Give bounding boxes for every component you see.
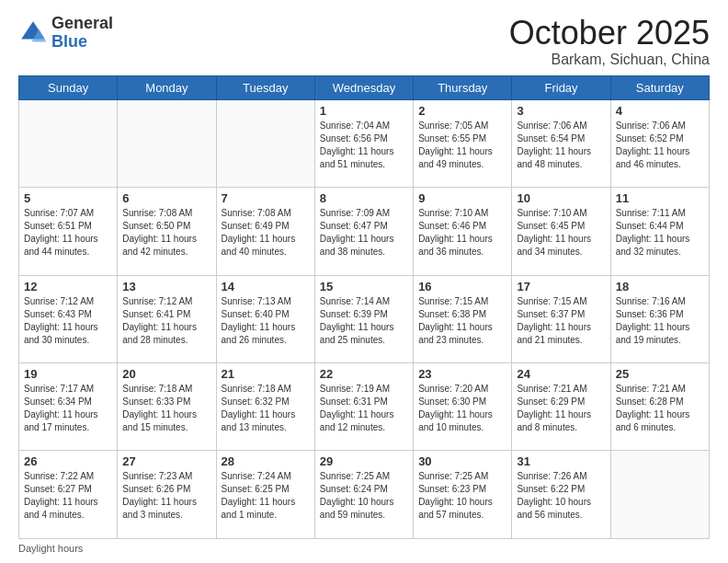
day-info: Sunrise: 7:10 AM Sunset: 6:45 PM Dayligh… [517, 207, 605, 259]
calendar-week-5: 26Sunrise: 7:22 AM Sunset: 6:27 PM Dayli… [19, 451, 710, 539]
calendar-location: Barkam, Sichuan, China [509, 52, 710, 68]
day-info: Sunrise: 7:15 AM Sunset: 6:37 PM Dayligh… [517, 295, 605, 347]
calendar-cell [118, 99, 216, 187]
day-info: Sunrise: 7:14 AM Sunset: 6:39 PM Dayligh… [320, 295, 408, 347]
calendar-cell: 2Sunrise: 7:05 AM Sunset: 6:55 PM Daylig… [414, 99, 512, 187]
calendar-week-3: 12Sunrise: 7:12 AM Sunset: 6:43 PM Dayli… [19, 275, 710, 362]
day-number: 21 [222, 367, 310, 381]
day-number: 29 [320, 454, 408, 468]
calendar-cell: 17Sunrise: 7:15 AM Sunset: 6:37 PM Dayli… [512, 275, 610, 362]
day-number: 10 [517, 191, 605, 205]
calendar-cell: 10Sunrise: 7:10 AM Sunset: 6:45 PM Dayli… [512, 188, 610, 275]
weekday-header-friday: Friday [512, 75, 610, 99]
calendar-cell: 30Sunrise: 7:25 AM Sunset: 6:23 PM Dayli… [414, 451, 512, 539]
calendar-cell: 18Sunrise: 7:16 AM Sunset: 6:36 PM Dayli… [610, 275, 709, 362]
day-info: Sunrise: 7:17 AM Sunset: 6:34 PM Dayligh… [24, 383, 112, 434]
calendar-table: SundayMondayTuesdayWednesdayThursdayFrid… [18, 75, 710, 539]
calendar-cell: 3Sunrise: 7:06 AM Sunset: 6:54 PM Daylig… [512, 99, 610, 187]
day-info: Sunrise: 7:10 AM Sunset: 6:46 PM Dayligh… [418, 207, 506, 259]
day-number: 2 [418, 104, 506, 118]
calendar-cell: 6Sunrise: 7:08 AM Sunset: 6:50 PM Daylig… [118, 188, 216, 275]
calendar-cell: 26Sunrise: 7:22 AM Sunset: 6:27 PM Dayli… [19, 451, 118, 539]
calendar-title: October 2025 [509, 15, 710, 52]
day-info: Sunrise: 7:22 AM Sunset: 6:27 PM Dayligh… [24, 470, 112, 522]
day-info: Sunrise: 7:08 AM Sunset: 6:50 PM Dayligh… [122, 207, 210, 259]
logo-blue-text: Blue [51, 33, 113, 52]
calendar-cell: 12Sunrise: 7:12 AM Sunset: 6:43 PM Dayli… [19, 275, 118, 362]
day-info: Sunrise: 7:07 AM Sunset: 6:51 PM Dayligh… [24, 207, 112, 259]
weekday-header-tuesday: Tuesday [216, 75, 314, 99]
calendar-cell [19, 99, 118, 187]
calendar-cell: 31Sunrise: 7:26 AM Sunset: 6:22 PM Dayli… [512, 451, 610, 539]
day-info: Sunrise: 7:12 AM Sunset: 6:41 PM Dayligh… [122, 295, 210, 347]
day-info: Sunrise: 7:06 AM Sunset: 6:52 PM Dayligh… [616, 120, 704, 171]
calendar-cell: 9Sunrise: 7:10 AM Sunset: 6:46 PM Daylig… [414, 188, 512, 275]
day-info: Sunrise: 7:08 AM Sunset: 6:49 PM Dayligh… [222, 207, 310, 259]
day-info: Sunrise: 7:16 AM Sunset: 6:36 PM Dayligh… [616, 295, 704, 347]
calendar-cell: 13Sunrise: 7:12 AM Sunset: 6:41 PM Dayli… [118, 275, 216, 362]
weekday-header-sunday: Sunday [19, 75, 118, 99]
day-number: 24 [517, 367, 605, 381]
day-number: 30 [418, 454, 506, 468]
calendar-cell: 24Sunrise: 7:21 AM Sunset: 6:29 PM Dayli… [512, 363, 610, 451]
day-number: 3 [517, 104, 605, 118]
day-info: Sunrise: 7:21 AM Sunset: 6:28 PM Dayligh… [616, 383, 704, 434]
day-number: 27 [122, 454, 210, 468]
calendar-cell: 4Sunrise: 7:06 AM Sunset: 6:52 PM Daylig… [610, 99, 709, 187]
calendar-cell: 28Sunrise: 7:24 AM Sunset: 6:25 PM Dayli… [216, 451, 314, 539]
day-number: 12 [24, 280, 112, 293]
day-info: Sunrise: 7:26 AM Sunset: 6:22 PM Dayligh… [517, 470, 605, 522]
day-number: 11 [616, 191, 704, 205]
day-info: Sunrise: 7:21 AM Sunset: 6:29 PM Dayligh… [517, 383, 605, 434]
day-number: 15 [320, 280, 408, 293]
calendar-week-1: 1Sunrise: 7:04 AM Sunset: 6:56 PM Daylig… [19, 99, 710, 187]
calendar-cell: 29Sunrise: 7:25 AM Sunset: 6:24 PM Dayli… [314, 451, 413, 539]
calendar-cell [610, 451, 709, 539]
day-info: Sunrise: 7:04 AM Sunset: 6:56 PM Dayligh… [320, 120, 408, 171]
calendar-cell: 5Sunrise: 7:07 AM Sunset: 6:51 PM Daylig… [19, 188, 118, 275]
day-info: Sunrise: 7:23 AM Sunset: 6:26 PM Dayligh… [122, 470, 210, 522]
day-info: Sunrise: 7:18 AM Sunset: 6:32 PM Dayligh… [222, 383, 310, 434]
calendar-cell: 11Sunrise: 7:11 AM Sunset: 6:44 PM Dayli… [610, 188, 709, 275]
day-number: 13 [122, 280, 210, 293]
day-number: 22 [320, 367, 408, 381]
day-number: 8 [320, 191, 408, 205]
logo: General Blue [18, 15, 113, 52]
calendar-cell: 8Sunrise: 7:09 AM Sunset: 6:47 PM Daylig… [314, 188, 413, 275]
day-number: 20 [122, 367, 210, 381]
day-info: Sunrise: 7:09 AM Sunset: 6:47 PM Dayligh… [320, 207, 408, 259]
calendar-cell: 27Sunrise: 7:23 AM Sunset: 6:26 PM Dayli… [118, 451, 216, 539]
day-number: 1 [320, 104, 408, 118]
day-number: 16 [418, 280, 506, 293]
page: General Blue October 2025 Barkam, Sichua… [0, 0, 728, 563]
logo-general-text: General [51, 15, 113, 33]
title-block: October 2025 Barkam, Sichuan, China [509, 15, 710, 68]
day-number: 28 [222, 454, 310, 468]
calendar-cell: 16Sunrise: 7:15 AM Sunset: 6:38 PM Dayli… [414, 275, 512, 362]
calendar-cell [216, 99, 314, 187]
day-number: 7 [222, 191, 310, 205]
calendar-cell: 7Sunrise: 7:08 AM Sunset: 6:49 PM Daylig… [216, 188, 314, 275]
calendar-week-4: 19Sunrise: 7:17 AM Sunset: 6:34 PM Dayli… [19, 363, 710, 451]
calendar-cell: 25Sunrise: 7:21 AM Sunset: 6:28 PM Dayli… [610, 363, 709, 451]
logo-text: General Blue [51, 15, 113, 52]
day-number: 19 [24, 367, 112, 381]
calendar-cell: 14Sunrise: 7:13 AM Sunset: 6:40 PM Dayli… [216, 275, 314, 362]
calendar-cell: 20Sunrise: 7:18 AM Sunset: 6:33 PM Dayli… [118, 363, 216, 451]
calendar-cell: 15Sunrise: 7:14 AM Sunset: 6:39 PM Dayli… [314, 275, 413, 362]
day-info: Sunrise: 7:13 AM Sunset: 6:40 PM Dayligh… [222, 295, 310, 347]
calendar-cell: 1Sunrise: 7:04 AM Sunset: 6:56 PM Daylig… [314, 99, 413, 187]
day-info: Sunrise: 7:25 AM Sunset: 6:23 PM Dayligh… [418, 470, 506, 522]
weekday-header-monday: Monday [118, 75, 216, 99]
day-number: 5 [24, 191, 112, 205]
day-info: Sunrise: 7:06 AM Sunset: 6:54 PM Dayligh… [517, 120, 605, 171]
day-number: 9 [418, 191, 506, 205]
day-info: Sunrise: 7:05 AM Sunset: 6:55 PM Dayligh… [418, 120, 506, 171]
header: General Blue October 2025 Barkam, Sichua… [18, 15, 710, 68]
weekday-header-wednesday: Wednesday [314, 75, 413, 99]
day-info: Sunrise: 7:24 AM Sunset: 6:25 PM Dayligh… [222, 470, 310, 522]
day-number: 25 [616, 367, 704, 381]
day-number: 23 [418, 367, 506, 381]
calendar-cell: 22Sunrise: 7:19 AM Sunset: 6:31 PM Dayli… [314, 363, 413, 451]
weekday-header-saturday: Saturday [610, 75, 709, 99]
